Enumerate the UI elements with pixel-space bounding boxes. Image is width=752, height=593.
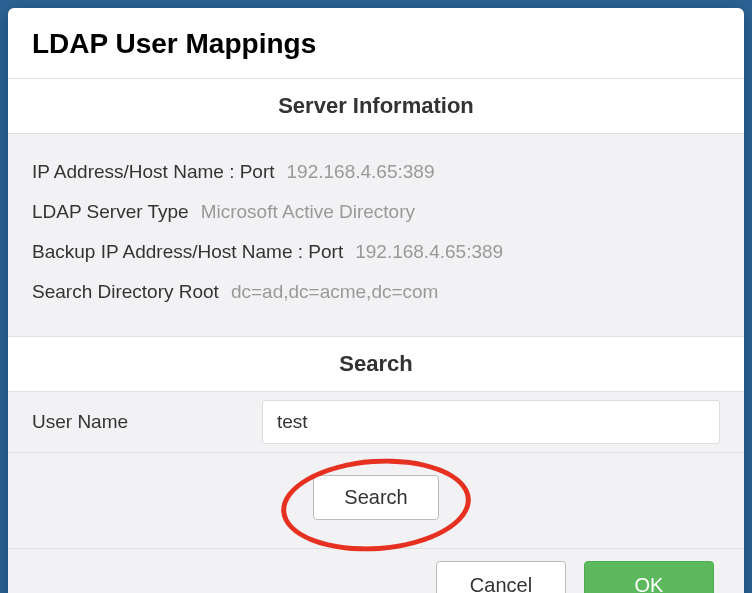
ip-address-label: IP Address/Host Name : Port [32, 161, 275, 183]
ip-address-row: IP Address/Host Name : Port 192.168.4.65… [32, 152, 720, 192]
backup-ip-value: 192.168.4.65:389 [355, 241, 503, 263]
server-info-block: IP Address/Host Name : Port 192.168.4.65… [8, 134, 744, 337]
ok-button[interactable]: OK [584, 561, 714, 593]
dialog-title: LDAP User Mappings [32, 28, 720, 60]
backup-ip-label: Backup IP Address/Host Name : Port [32, 241, 343, 263]
username-input[interactable] [262, 400, 720, 444]
backup-ip-row: Backup IP Address/Host Name : Port 192.1… [32, 232, 720, 272]
cancel-button[interactable]: Cancel [436, 561, 566, 593]
server-info-section-header: Server Information [8, 79, 744, 134]
ldap-user-mappings-dialog: LDAP User Mappings Server Information IP… [8, 8, 744, 593]
search-button-row: Search [8, 453, 744, 548]
server-type-row: LDAP Server Type Microsoft Active Direct… [32, 192, 720, 232]
username-label: User Name [32, 411, 262, 433]
search-button[interactable]: Search [313, 475, 438, 520]
dialog-header: LDAP User Mappings [8, 8, 744, 79]
username-row: User Name [8, 392, 744, 453]
search-root-value: dc=ad,dc=acme,dc=com [231, 281, 439, 303]
ip-address-value: 192.168.4.65:389 [287, 161, 435, 183]
search-section-header: Search [8, 337, 744, 392]
dialog-footer: Cancel OK [8, 548, 744, 593]
search-root-label: Search Directory Root [32, 281, 219, 303]
server-type-value: Microsoft Active Directory [201, 201, 415, 223]
search-root-row: Search Directory Root dc=ad,dc=acme,dc=c… [32, 272, 720, 312]
server-type-label: LDAP Server Type [32, 201, 189, 223]
